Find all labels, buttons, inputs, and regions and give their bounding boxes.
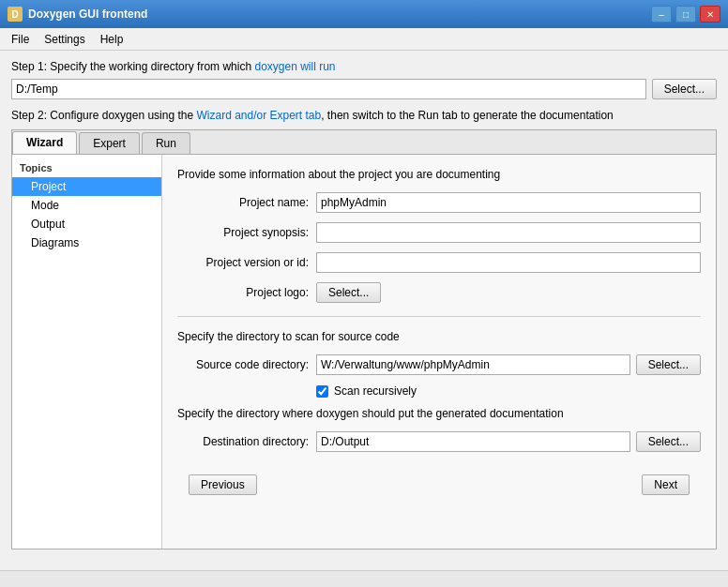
project-section-title: Provide some information about the proje… <box>177 168 701 181</box>
project-logo-select-button[interactable]: Select... <box>316 282 381 303</box>
divider-1 <box>177 316 701 317</box>
dest-dir-label: Destination directory: <box>177 435 309 448</box>
topic-project[interactable]: Project <box>12 177 161 196</box>
next-button[interactable]: Next <box>642 474 690 495</box>
minimize-button[interactable]: – <box>651 6 672 23</box>
main-content: Step 1: Specify the working directory fr… <box>0 51 728 559</box>
window-title: Doxygen GUI frontend <box>28 8 651 21</box>
topic-output[interactable]: Output <box>12 215 161 233</box>
dest-section-title: Specify the directory where doxygen shou… <box>177 407 701 420</box>
previous-button[interactable]: Previous <box>189 474 257 495</box>
title-bar: D Doxygen GUI frontend – □ ✕ <box>0 0 728 28</box>
tab-expert[interactable]: Expert <box>79 132 140 154</box>
dest-dir-select-button[interactable]: Select... <box>636 431 701 452</box>
project-name-input[interactable]: phpMyAdmin <box>316 192 701 213</box>
project-logo-row: Project logo: Select... <box>177 282 701 303</box>
project-version-row: Project version or id: <box>177 252 701 273</box>
dest-dir-input[interactable] <box>316 431 630 452</box>
app-icon: D <box>8 7 23 22</box>
scan-recursively-checkbox[interactable] <box>316 385 328 398</box>
maximize-button[interactable]: □ <box>675 6 696 23</box>
topics-panel: Topics Project Mode Output Diagrams <box>12 155 162 549</box>
topic-diagrams[interactable]: Diagrams <box>12 233 161 252</box>
menu-settings[interactable]: Settings <box>37 31 92 48</box>
menu-help[interactable]: Help <box>93 31 131 48</box>
step1-highlight: doxygen will run <box>254 60 335 73</box>
menu-file[interactable]: File <box>4 31 37 48</box>
tab-wizard[interactable]: Wizard <box>12 131 77 154</box>
bottom-nav: Previous Next <box>177 467 701 503</box>
topic-mode[interactable]: Mode <box>12 196 161 215</box>
project-synopsis-row: Project synopsis: <box>177 222 701 243</box>
scan-recursively-label: Scan recursively <box>334 384 417 398</box>
working-dir-row: D:/Temp Select... <box>11 79 717 99</box>
menu-bar: File Settings Help <box>0 28 728 51</box>
project-synopsis-label: Project synopsis: <box>177 226 309 239</box>
status-bar <box>0 570 728 587</box>
project-logo-label: Project logo: <box>177 286 309 299</box>
tab-run[interactable]: Run <box>142 132 190 154</box>
tabs-container: Wizard Expert Run Topics Project Mode Ou… <box>11 129 717 549</box>
source-section-title: Specify the directory to scan for source… <box>177 330 701 343</box>
working-dir-select-button[interactable]: Select... <box>652 79 717 99</box>
dest-dir-row: Destination directory: Select... <box>177 431 701 452</box>
source-dir-select-button[interactable]: Select... <box>636 354 701 375</box>
scan-recursively-row: Scan recursively <box>316 384 701 398</box>
close-button[interactable]: ✕ <box>700 6 720 23</box>
topics-title: Topics <box>12 160 161 177</box>
right-panel: Provide some information about the proje… <box>162 155 716 549</box>
project-version-label: Project version or id: <box>177 256 309 269</box>
step2-highlight: Wizard and/or Expert tab <box>196 109 321 122</box>
project-name-row: Project name: phpMyAdmin <box>177 192 701 213</box>
project-version-input[interactable] <box>316 252 701 273</box>
source-dir-row: Source code directory: Select... <box>177 354 701 375</box>
window-controls: – □ ✕ <box>651 6 720 23</box>
source-dir-input[interactable] <box>316 354 630 375</box>
project-synopsis-input[interactable] <box>316 222 701 243</box>
tabs-header: Wizard Expert Run <box>12 130 716 155</box>
step1-label: Step 1: Specify the working directory fr… <box>11 60 717 73</box>
source-dir-label: Source code directory: <box>177 358 309 371</box>
working-dir-input[interactable]: D:/Temp <box>11 79 646 99</box>
step2-label: Step 2: Configure doxygen using the Wiza… <box>11 109 717 122</box>
tab-body: Topics Project Mode Output Diagrams Prov… <box>12 155 716 549</box>
project-name-label: Project name: <box>177 196 309 209</box>
